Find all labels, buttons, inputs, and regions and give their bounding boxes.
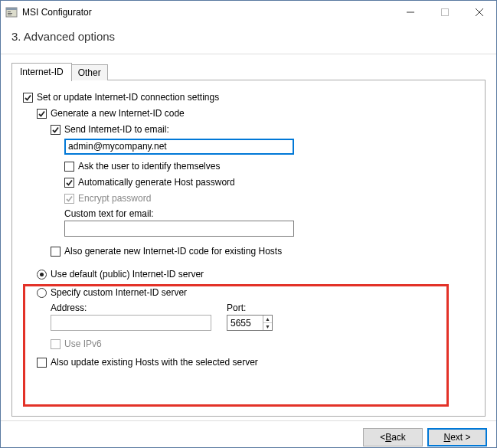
svg-rect-6 bbox=[441, 9, 448, 16]
svg-rect-1 bbox=[6, 8, 17, 10]
label-address: Address: bbox=[51, 302, 211, 313]
tab-panel-internet-id: Set or update Internet-ID connection set… bbox=[11, 80, 486, 417]
maximize-button bbox=[427, 1, 462, 24]
label-auto-password: Automatically generate Host password bbox=[78, 175, 235, 189]
svg-rect-4 bbox=[8, 15, 11, 15]
opt-use-default-server[interactable]: Use default (public) Internet-ID server bbox=[37, 267, 474, 281]
opt-ask-identify[interactable]: Ask the user to identify themselves bbox=[64, 159, 474, 173]
page-title: 3. Advanced options bbox=[1, 24, 496, 54]
back-letter: B bbox=[385, 432, 391, 443]
opt-encrypt-password: Encrypt password bbox=[64, 191, 474, 205]
checkbox-icon bbox=[51, 125, 60, 135]
label-encrypt-password: Encrypt password bbox=[78, 191, 151, 205]
opt-generate-code[interactable]: Generate a new Internet-ID code bbox=[37, 106, 474, 120]
radio-icon bbox=[37, 270, 47, 280]
spinner-buttons[interactable]: ▲ ▼ bbox=[263, 316, 272, 330]
next-button[interactable]: Next > bbox=[427, 428, 487, 446]
checkbox-icon bbox=[51, 247, 60, 257]
next-rest: ext > bbox=[450, 432, 470, 443]
opt-set-update[interactable]: Set or update Internet-ID connection set… bbox=[23, 90, 474, 104]
checkbox-icon bbox=[23, 93, 33, 103]
checkbox-icon bbox=[37, 358, 47, 368]
custom-text-input[interactable] bbox=[64, 221, 294, 237]
opt-also-generate-existing[interactable]: Also generate new Internet-ID code for e… bbox=[51, 244, 474, 258]
opt-also-update-existing-server[interactable]: Also update existing Hosts with the sele… bbox=[37, 355, 474, 369]
label-generate-code: Generate a new Internet-ID code bbox=[51, 106, 185, 120]
opt-use-ipv6: Use IPv6 bbox=[51, 337, 474, 351]
svg-rect-3 bbox=[8, 13, 12, 14]
label-also-update-existing-server: Also update existing Hosts with the sele… bbox=[51, 355, 258, 369]
window-title: MSI Configurator bbox=[22, 7, 92, 18]
port-input[interactable]: ▲ ▼ bbox=[227, 315, 273, 331]
label-also-generate-existing: Also generate new Internet-ID code for e… bbox=[64, 244, 282, 258]
app-icon bbox=[5, 6, 18, 18]
checkbox-icon bbox=[64, 178, 74, 188]
checkbox-icon bbox=[64, 194, 74, 204]
email-input[interactable]: admin@mycompany.net bbox=[64, 139, 294, 155]
footer: < Back Next > bbox=[1, 420, 496, 448]
opt-send-email[interactable]: Send Internet-ID to email: bbox=[51, 123, 474, 136]
content-area: Internet-ID Other Set or update Internet… bbox=[1, 54, 496, 420]
minimize-button[interactable] bbox=[393, 1, 427, 24]
back-button[interactable]: < Back bbox=[363, 428, 423, 446]
opt-auto-password[interactable]: Automatically generate Host password bbox=[64, 175, 474, 189]
checkbox-icon bbox=[64, 162, 74, 172]
label-ask-identify: Ask the user to identify themselves bbox=[78, 159, 220, 173]
label-send-email: Send Internet-ID to email: bbox=[64, 123, 169, 136]
address-input bbox=[51, 315, 211, 331]
titlebar: MSI Configurator bbox=[1, 1, 496, 24]
checkbox-icon bbox=[37, 109, 47, 119]
tab-internet-id[interactable]: Internet-ID bbox=[11, 63, 72, 81]
spinner-up-icon[interactable]: ▲ bbox=[263, 316, 272, 323]
label-use-default-server: Use default (public) Internet-ID server bbox=[51, 267, 204, 281]
port-value[interactable] bbox=[227, 316, 263, 330]
spinner-down-icon[interactable]: ▼ bbox=[263, 323, 272, 330]
back-rest: ack bbox=[391, 432, 406, 443]
label-set-update: Set or update Internet-ID connection set… bbox=[37, 90, 219, 104]
tab-other[interactable]: Other bbox=[71, 64, 108, 80]
next-letter: N bbox=[443, 432, 450, 443]
label-use-ipv6: Use IPv6 bbox=[64, 337, 102, 351]
radio-icon bbox=[37, 288, 47, 298]
label-custom-text: Custom text for email: bbox=[64, 208, 474, 219]
checkbox-icon bbox=[51, 339, 60, 349]
back-prefix: < bbox=[380, 432, 385, 443]
label-port: Port: bbox=[227, 302, 273, 313]
label-specify-custom-server: Specify custom Internet-ID server bbox=[51, 286, 187, 299]
close-button[interactable] bbox=[462, 1, 496, 24]
opt-specify-custom-server[interactable]: Specify custom Internet-ID server bbox=[37, 286, 474, 299]
svg-rect-2 bbox=[8, 11, 11, 12]
tab-strip: Internet-ID Other bbox=[11, 62, 486, 80]
